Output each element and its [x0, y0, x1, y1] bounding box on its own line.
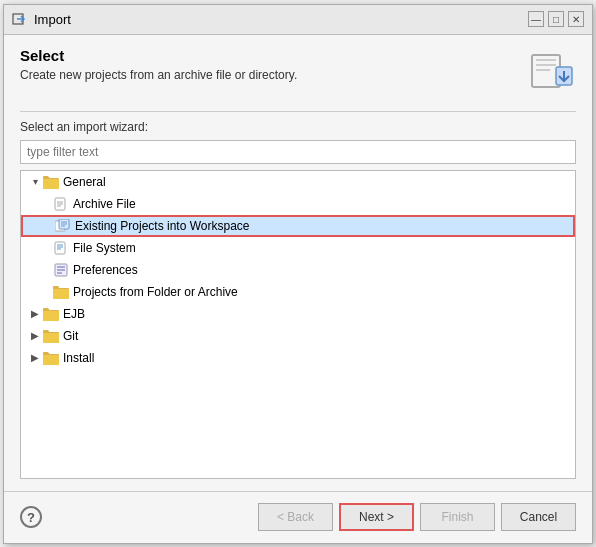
import-dialog: Import — □ ✕ Select Create new projects … — [3, 4, 593, 544]
expand-arrow-git: ▶ — [29, 330, 41, 342]
help-button[interactable]: ? — [20, 506, 42, 528]
button-group: < Back Next > Finish Cancel — [258, 503, 576, 531]
folder-icon-install — [43, 350, 59, 366]
tree-item-preferences[interactable]: Preferences — [21, 259, 575, 281]
filter-input[interactable] — [20, 140, 576, 164]
file-icon-file-system — [53, 240, 69, 256]
folder-icon-general — [43, 174, 59, 190]
titlebar-import-icon — [12, 11, 28, 27]
tree-item-archive-file[interactable]: Archive File — [21, 193, 575, 215]
svg-rect-3 — [536, 59, 556, 61]
tree-item-file-system[interactable]: File System — [21, 237, 575, 259]
titlebar-title: Import — [34, 12, 71, 27]
folder-icon-projects — [53, 284, 69, 300]
file-icon-archive — [53, 196, 69, 212]
file-icon-existing-projects — [55, 218, 71, 234]
divider-top — [20, 111, 576, 112]
wizard-label: Select an import wizard: — [20, 120, 576, 134]
expand-arrow-general: ▾ — [29, 176, 41, 188]
tree-container[interactable]: ▾ General — [20, 170, 576, 479]
tree-item-projects-from-folder[interactable]: Projects from Folder or Archive — [21, 281, 575, 303]
bottom-section: ? < Back Next > Finish Cancel — [4, 491, 592, 543]
header-import-icon — [528, 47, 576, 95]
tree-item-existing-projects[interactable]: Existing Projects into Workspace — [21, 215, 575, 237]
finish-button[interactable]: Finish — [420, 503, 495, 531]
tree-label-general: General — [63, 175, 106, 189]
tree-item-git[interactable]: ▶ Git — [21, 325, 575, 347]
close-button[interactable]: ✕ — [568, 11, 584, 27]
tree-label-ejb: EJB — [63, 307, 85, 321]
expand-arrow-ejb: ▶ — [29, 308, 41, 320]
header-section: Select Create new projects from an archi… — [20, 47, 576, 95]
file-icon-preferences — [53, 262, 69, 278]
content-area: Select Create new projects from an archi… — [4, 35, 592, 491]
cancel-button[interactable]: Cancel — [501, 503, 576, 531]
next-button[interactable]: Next > — [339, 503, 414, 531]
tree-item-general[interactable]: ▾ General — [21, 171, 575, 193]
minimize-button[interactable]: — — [528, 11, 544, 27]
back-button[interactable]: < Back — [258, 503, 333, 531]
titlebar: Import — □ ✕ — [4, 5, 592, 35]
folder-icon-git — [43, 328, 59, 344]
header-title: Select — [20, 47, 528, 64]
tree-label-existing-projects: Existing Projects into Workspace — [75, 219, 250, 233]
tree-label-projects-from-folder: Projects from Folder or Archive — [73, 285, 238, 299]
tree-label-git: Git — [63, 329, 78, 343]
tree-label-preferences: Preferences — [73, 263, 138, 277]
folder-icon-ejb — [43, 306, 59, 322]
expand-arrow-install: ▶ — [29, 352, 41, 364]
tree-label-install: Install — [63, 351, 94, 365]
header-text: Select Create new projects from an archi… — [20, 47, 528, 82]
tree-item-install[interactable]: ▶ Install — [21, 347, 575, 369]
tree-label-file-system: File System — [73, 241, 136, 255]
titlebar-controls: — □ ✕ — [528, 11, 584, 27]
maximize-button[interactable]: □ — [548, 11, 564, 27]
tree-item-ejb[interactable]: ▶ EJB — [21, 303, 575, 325]
svg-rect-17 — [55, 242, 65, 254]
tree-label-archive-file: Archive File — [73, 197, 136, 211]
svg-rect-5 — [536, 69, 550, 71]
svg-rect-4 — [536, 64, 556, 66]
header-description: Create new projects from an archive file… — [20, 68, 528, 82]
titlebar-left: Import — [12, 11, 71, 27]
